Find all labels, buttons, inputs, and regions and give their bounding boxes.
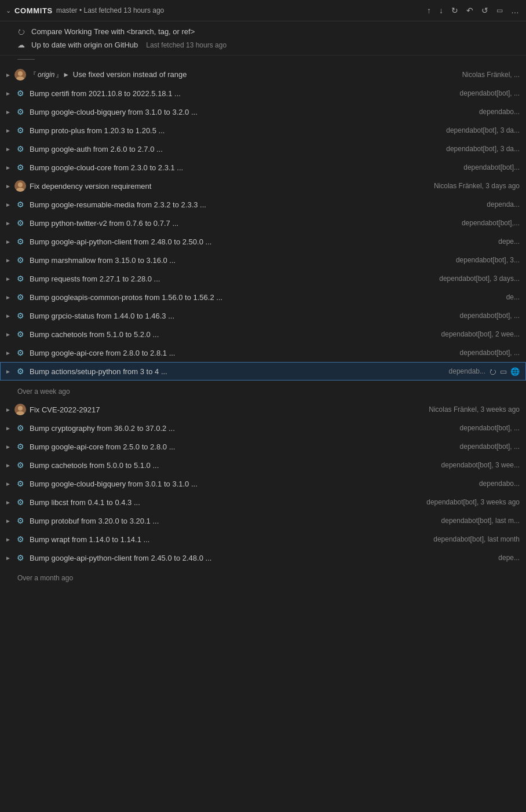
commit-message: 『 origin 』► Use fixed version instead of… [30,70,459,80]
commit-author: dependabot[bot], last m... [441,517,520,525]
commit-item[interactable]: ► Fix CVE-2022-29217 Nicolas Fränkel, 3 … [0,400,526,419]
push-up-icon[interactable]: ↑ [426,5,432,16]
avatar [14,180,26,192]
commit-author: dependabot[bot], 3 days... [439,275,520,283]
avatar [14,69,26,81]
commit-message: Bump proto-plus from 1.20.3 to 1.20.5 ..… [30,126,443,135]
sync-icon[interactable]: ↻ [450,5,459,16]
expand-arrow-icon: ► [5,239,11,245]
expand-arrow-icon: ► [5,481,11,487]
commit-message: Bump protobuf from 3.20.0 to 3.20.1 ... [30,517,438,525]
commit-message: Bump actions/setup-python from 3 to 4 ..… [30,367,445,376]
commit-message: Bump wrapt from 1.14.0 to 1.14.1 ... [30,535,430,544]
date-separator-2: Over a month ago [0,569,526,584]
compare-commits-icon[interactable]: ⭮ [489,367,496,376]
commit-item[interactable]: ► ⚙ Bump libcst from 0.4.1 to 0.4.3 ... … [0,493,526,511]
commit-item-highlighted[interactable]: ► ⚙ Bump actions/setup-python from 3 to … [0,362,526,381]
commit-item[interactable]: ► ⚙ Bump marshmallow from 3.15.0 to 3.16… [0,251,526,269]
section-title: COMMITS [14,6,53,15]
avatar: ⚙ [14,459,26,471]
commit-item[interactable]: ► ⚙ Bump cryptography from 36.0.2 to 37.… [0,419,526,437]
info-section: ⭮ Compare Working Tree with <branch, tag… [0,21,526,56]
expand-arrow-icon: ► [5,164,11,171]
more-options-icon[interactable]: … [510,5,520,16]
avatar: ⚙ [14,217,26,229]
expand-arrow-icon: ► [5,331,11,338]
compare-icon: ⭮ [17,27,27,36]
commit-item[interactable]: ► ⚙ Bump wrapt from 1.14.0 to 1.14.1 ...… [0,530,526,548]
commit-author: dependabot[bot],... [462,219,520,227]
commit-author: dependabot[bot], 3 da... [446,126,520,134]
commit-author: de... [506,293,520,301]
expand-arrow-icon: ► [5,555,11,561]
copy-icon[interactable]: ▭ [495,5,504,16]
expand-arrow-icon: ► [5,90,11,97]
expand-arrow-icon: ► [5,127,11,134]
expand-arrow-icon: ► [5,425,11,431]
header-actions: ↑ ↓ ↻ ↶ ↺ ▭ … [426,5,520,16]
commit-author: dependabo... [479,108,520,116]
commit-item[interactable]: ► ⚙ Bump proto-plus from 1.20.3 to 1.20.… [0,121,526,140]
commit-item[interactable]: ► ⚙ Bump grpcio-status from 1.44.0 to 1.… [0,306,526,325]
commit-message: Bump google-cloud-bigquery from 3.0.1 to… [30,480,476,488]
commit-item[interactable]: ► ⚙ Bump google-api-core from 2.5.0 to 2… [0,437,526,456]
commit-item[interactable]: ► ⚙ Bump google-api-python-client from 2… [0,548,526,567]
commit-item[interactable]: ► ⚙ Bump google-cloud-bigquery from 3.1.… [0,103,526,121]
commit-item[interactable]: ► ⚙ Bump python-twitter-v2 from 0.7.6 to… [0,214,526,232]
open-github-icon[interactable]: 🌐 [510,367,520,376]
commit-message: Fix dependency version requirement [30,182,430,191]
expand-arrow-icon: ► [5,294,11,301]
avatar: ⚙ [14,310,26,321]
commit-item[interactable]: ► ⚙ Bump google-auth from 2.6.0 to 2.7.0… [0,140,526,158]
commit-message: Bump google-api-core from 2.8.0 to 2.8.1… [30,349,456,357]
commit-item[interactable]: ► ⚙ Bump google-api-core from 2.8.0 to 2… [0,343,526,362]
compare-label: Compare Working Tree with <branch, tag, … [31,27,195,36]
commit-item[interactable]: ► 『 origin 』► Use fixed version instead … [0,65,526,84]
fetch-note: Last fetched 13 hours ago [146,41,227,49]
expand-arrow-icon: ► [5,257,11,264]
commit-item[interactable]: ► Fix dependency version requirement Nic… [0,177,526,195]
commit-message: Bump google-resumable-media from 2.3.2 t… [30,200,483,209]
expand-arrow-icon: ► [5,313,11,319]
commit-item[interactable]: ► ⚙ Bump googleapis-common-protos from 1… [0,288,526,306]
commit-author: dependabo... [479,480,520,488]
commit-author: dependabot[bot], 2 wee... [441,330,520,338]
expand-arrow-icon: ► [5,183,11,189]
compare-row[interactable]: ⭮ Compare Working Tree with <branch, tag… [17,25,520,38]
commit-author: dependabot[bot], 3 da... [446,145,520,153]
expand-arrow-icon: ► [5,444,11,450]
commit-item[interactable]: ► ⚙ Bump certifi from 2021.10.8 to 2022.… [0,84,526,103]
commit-message: Fix CVE-2022-29217 [30,405,425,414]
header-left: ⌄ COMMITS master • Last fetched 13 hours… [6,6,421,15]
undo-icon[interactable]: ↶ [465,5,474,16]
commit-item[interactable]: ► ⚙ Bump cachetools from 5.1.0 to 5.2.0 … [0,325,526,343]
avatar: ⚙ [14,365,26,377]
commit-message: Bump googleapis-common-protos from 1.56.… [30,293,503,302]
uptodate-label: Up to date with origin on GitHub [31,41,138,49]
copy-sha-icon[interactable]: ▭ [500,367,507,376]
date-separator-1: Over a week ago [0,383,526,398]
svg-point-1 [18,71,23,76]
commit-author: dependabot[bot], 3 wee... [441,461,520,469]
commit-item[interactable]: ► ⚙ Bump google-cloud-bigquery from 3.0.… [0,474,526,493]
commit-item[interactable]: ► ⚙ Bump cachetools from 5.0.0 to 5.1.0 … [0,456,526,474]
expand-arrow-icon: ► [5,518,11,524]
commit-item[interactable]: ► ⚙ Bump google-resumable-media from 2.3… [0,195,526,214]
avatar: ⚙ [14,422,26,434]
commit-item[interactable]: ► ⚙ Bump protobuf from 3.20.0 to 3.20.1 … [0,511,526,530]
commit-message: Bump cachetools from 5.0.0 to 5.1.0 ... [30,461,438,470]
commit-item[interactable]: ► ⚙ Bump google-cloud-core from 2.3.0 to… [0,158,526,177]
commit-list: ► 『 origin 』► Use fixed version instead … [0,63,526,383]
refresh-icon[interactable]: ↺ [480,5,490,16]
expand-arrow-icon: ► [5,462,11,469]
collapse-chevron-icon[interactable]: ⌄ [6,7,11,14]
commit-action-icons: ⭮ ▭ 🌐 [489,367,520,376]
expand-arrow-icon: ► [5,146,11,152]
commits-header: ⌄ COMMITS master • Last fetched 13 hours… [0,0,526,21]
svg-point-7 [18,406,23,411]
commit-item[interactable]: ► ⚙ Bump google-api-python-client from 2… [0,232,526,251]
avatar: ⚙ [14,347,26,359]
commit-author: Nicolas Fränkel, 3 days ago [434,182,520,190]
pull-down-icon[interactable]: ↓ [438,5,444,16]
commit-item[interactable]: ► ⚙ Bump requests from 2.27.1 to 2.28.0 … [0,269,526,288]
